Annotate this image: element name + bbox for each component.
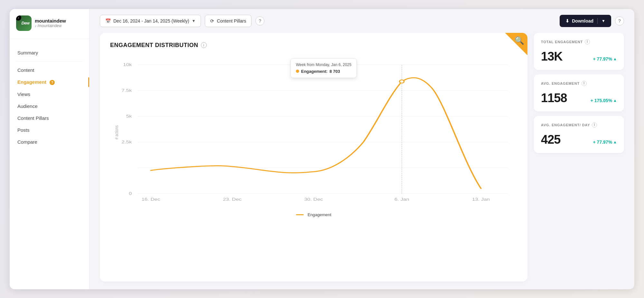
right-panel: TOTAL ENGAGEMENT i 13K + 77.97% ▲ AVG. xyxy=(534,33,624,282)
download-label: Download xyxy=(572,18,593,24)
sidebar-item-summary[interactable]: Summary xyxy=(10,47,89,59)
chart-info-icon[interactable]: i xyxy=(201,42,207,48)
svg-text:# actions: # actions xyxy=(114,125,119,139)
sidebar-item-audience[interactable]: Audience xyxy=(10,100,89,112)
legend-dot xyxy=(296,214,304,215)
total-engagement-card: TOTAL ENGAGEMENT i 13K + 77.97% ▲ xyxy=(534,33,624,70)
avg-engagement-day-card: AVG. ENGAGEMENT/ DAY i 425 + 77.97% ▲ xyxy=(534,116,624,153)
avg-engagement-value: 1158 xyxy=(541,91,567,105)
avg-engagement-card: AVG. ENGAGEMENT i 1158 + 175.05% ▲ xyxy=(534,74,624,111)
total-engagement-value: 13K xyxy=(541,50,563,63)
sidebar-item-content-pillars[interactable]: Content Pillars xyxy=(10,112,89,124)
svg-point-18 xyxy=(400,80,404,83)
svg-text:0: 0 xyxy=(129,191,132,196)
chart-title-row: ENGAGEMENT DISTRIBUTION i xyxy=(110,42,517,49)
sidebar-item-compare[interactable]: Compare xyxy=(10,136,89,148)
brand-name: mountaindew xyxy=(35,18,66,24)
chart-title: ENGAGEMENT DISTRIBUTION xyxy=(110,42,198,49)
nav-separator xyxy=(16,61,83,62)
avg-engagement-value-row: 1158 + 175.05% ▲ xyxy=(541,91,617,105)
tooltip-dot xyxy=(296,70,299,73)
filter-icon: ⟳ xyxy=(210,18,214,24)
avg-engagement-day-value: 425 xyxy=(541,133,560,147)
svg-text:16. Dec: 16. Dec xyxy=(141,197,160,201)
topbar: 📅 Dec 16, 2024 - Jan 14, 2025 (Weekly) ▼… xyxy=(90,9,634,33)
total-engagement-change: + 77.97% ▲ xyxy=(593,56,617,62)
tooltip-metric-value: 8 703 xyxy=(329,69,340,74)
tooltip-date: Week from Monday, Jan 6, 2025 xyxy=(296,62,351,67)
date-range-label: Dec 16, 2024 - Jan 14, 2025 (Weekly) xyxy=(113,18,189,24)
download-divider xyxy=(597,18,598,24)
tiktok-badge: ♪ xyxy=(16,15,21,21)
help-button[interactable]: ? xyxy=(255,16,264,25)
tooltip-value: Engagement: 8 703 xyxy=(296,69,351,74)
total-engagement-title: TOTAL ENGAGEMENT i xyxy=(541,39,617,44)
nav-section: Summary Content Engagement ? Views Audie… xyxy=(10,39,89,283)
sidebar-brand: ♪ Dew mountaindew ♪ /mountaindew xyxy=(10,15,89,39)
date-range-button[interactable]: 📅 Dec 16, 2024 - Jan 14, 2025 (Weekly) ▼ xyxy=(100,15,201,27)
sidebar-item-content[interactable]: Content xyxy=(10,64,89,76)
total-engagement-info-icon[interactable]: i xyxy=(585,39,590,44)
avg-engagement-day-change: + 77.97% ▲ xyxy=(593,139,617,145)
svg-text:2.5k: 2.5k xyxy=(122,140,132,144)
avg-engagement-up-arrow-icon: ▲ xyxy=(613,98,617,103)
svg-text:5k: 5k xyxy=(126,114,132,118)
download-button[interactable]: ⬇ Download ▼ xyxy=(560,15,611,27)
avg-engagement-day-value-row: 425 + 77.97% ▲ xyxy=(541,133,617,147)
chart-tooltip: Week from Monday, Jan 6, 2025 Engagement… xyxy=(290,58,357,78)
avg-engagement-change: + 175.05% ▲ xyxy=(591,98,617,103)
download-icon: ⬇ xyxy=(565,18,569,24)
svg-text:23. Dec: 23. Dec xyxy=(223,197,242,201)
svg-text:6. Jan: 6. Jan xyxy=(394,197,409,201)
chevron-down-icon: ▼ xyxy=(192,19,196,23)
avg-engagement-day-up-arrow-icon: ▲ xyxy=(613,140,617,144)
tooltip-metric-label: Engagement: xyxy=(301,69,327,74)
topbar-help-button[interactable]: ? xyxy=(615,16,624,25)
content-pillars-button[interactable]: ⟳ Content Pillars xyxy=(205,15,251,27)
chart-legend: Engagement xyxy=(110,212,517,217)
brand-handle: ♪ /mountaindew xyxy=(35,24,66,28)
main-content: 📅 Dec 16, 2024 - Jan 14, 2025 (Weekly) ▼… xyxy=(90,9,634,289)
chart-svg-wrapper: Week from Monday, Jan 6, 2025 Engagement… xyxy=(110,55,517,210)
avg-engagement-info-icon[interactable]: i xyxy=(582,81,587,86)
search-icon: 🔍 xyxy=(515,36,524,45)
avg-engagement-title: AVG. ENGAGEMENT i xyxy=(541,81,617,86)
svg-text:7.5k: 7.5k xyxy=(122,88,132,92)
app-container: ♪ Dew mountaindew ♪ /mountaindew Summary… xyxy=(10,9,634,289)
total-engagement-value-row: 13K + 77.97% ▲ xyxy=(541,50,617,63)
sidebar-item-engagement[interactable]: Engagement ? xyxy=(10,76,89,89)
sidebar-item-views[interactable]: Views xyxy=(10,88,89,100)
sidebar-item-posts[interactable]: Posts xyxy=(10,124,89,136)
engagement-badge: ? xyxy=(50,80,55,85)
sidebar: ♪ Dew mountaindew ♪ /mountaindew Summary… xyxy=(10,9,90,289)
svg-text:10k: 10k xyxy=(123,62,132,67)
avg-engagement-day-title: AVG. ENGAGEMENT/ DAY i xyxy=(541,122,617,128)
content-pillars-label: Content Pillars xyxy=(217,18,246,24)
total-engagement-up-arrow-icon: ▲ xyxy=(613,57,617,61)
body-area: 🔍 ENGAGEMENT DISTRIBUTION i Week from Mo… xyxy=(90,33,634,289)
avg-engagement-day-info-icon[interactable]: i xyxy=(592,122,597,128)
legend-label: Engagement xyxy=(308,212,331,217)
brand-logo: ♪ Dew xyxy=(16,15,32,31)
brand-info: mountaindew ♪ /mountaindew xyxy=(35,18,66,28)
download-chevron-icon: ▼ xyxy=(601,19,605,23)
svg-text:30. Dec: 30. Dec xyxy=(304,197,323,201)
calendar-icon: 📅 xyxy=(105,18,111,24)
svg-text:13. Jan: 13. Jan xyxy=(472,197,490,201)
chart-panel: 🔍 ENGAGEMENT DISTRIBUTION i Week from Mo… xyxy=(100,33,527,282)
